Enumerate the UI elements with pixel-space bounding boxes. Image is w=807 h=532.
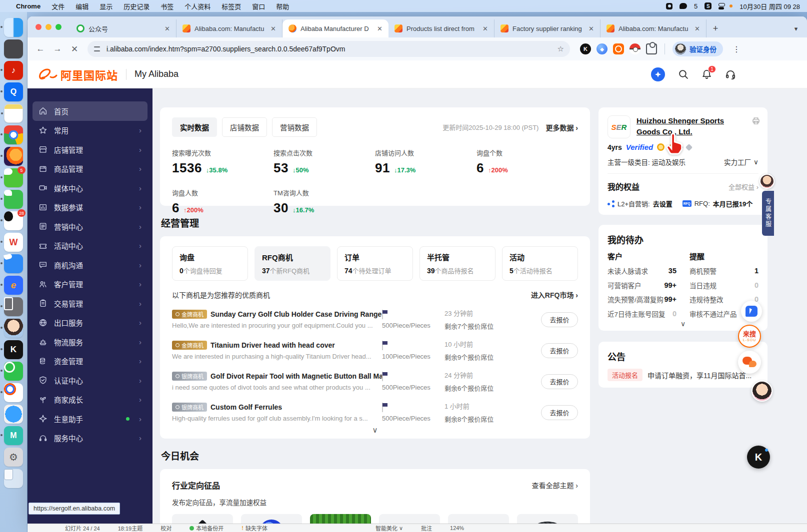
rfq-item-row[interactable]: 金牌商机 Sunday Carry Golf Club Holder Case … <box>172 308 578 331</box>
menu-bookmarks[interactable]: 书签 <box>160 1 174 11</box>
address-bar[interactable]: i.alibaba.com/index.htm?spm=a2700.suppli… <box>88 41 570 57</box>
finder-dock-icon[interactable] <box>4 18 23 37</box>
todo-row[interactable]: 流失预警/高潜复购99+ <box>608 294 676 304</box>
brand-name[interactable]: 阿里国际站 <box>60 66 118 82</box>
tab-close-icon[interactable]: ✕ <box>164 25 171 32</box>
k-float-button[interactable]: K <box>747 446 770 469</box>
stop-button[interactable]: ✕ <box>68 42 82 56</box>
rfq-item-row[interactable]: 金牌商机 Titanium Driver head with head cove… <box>172 339 578 362</box>
sidebar-item-merchant-growth[interactable]: 商家成长› <box>32 390 148 410</box>
missing-font-label[interactable]: !缺失字体 <box>242 524 268 532</box>
sidebar-item-home[interactable]: 首页 <box>32 101 148 121</box>
todo-row[interactable]: 近7日待主账号回复0 <box>608 309 676 319</box>
tab-factory-supplier[interactable]: Factory supplier ranking ✕ <box>494 19 600 37</box>
tab-close-icon[interactable]: ✕ <box>270 25 277 32</box>
expand-chevron-icon[interactable]: ∨ <box>372 426 378 435</box>
sidebar-item-activity-center[interactable]: 活动中心› <box>32 236 148 256</box>
wps-dock-icon[interactable] <box>4 233 23 252</box>
tab-close-icon[interactable]: ✕ <box>482 25 489 32</box>
rfq-market-link[interactable]: 进入RFQ市场 › <box>531 290 578 300</box>
dedicated-service-tab[interactable]: 专属客服 <box>762 191 774 236</box>
search-icon[interactable] <box>678 69 688 79</box>
device-mirror-dock-icon[interactable] <box>4 297 23 316</box>
todo-row[interactable]: 可营销客户99+ <box>608 280 676 290</box>
music-app-dock-icon[interactable] <box>4 61 23 80</box>
wechat-float-button[interactable] <box>738 351 761 374</box>
theme-label[interactable]: 18:19主题 <box>118 524 143 532</box>
site-settings-icon[interactable] <box>94 45 102 53</box>
quote-button[interactable]: 去报价 <box>541 405 578 420</box>
tab-search-chevron-icon[interactable]: ▾ <box>789 21 803 35</box>
browser-menu-icon[interactable]: ⋮ <box>732 44 740 54</box>
rfq-benefit[interactable]: RFQ RFQ:本月已报19个 <box>682 199 753 208</box>
menu-edit[interactable]: 编辑 <box>76 1 88 11</box>
sidebar-item-funds-management[interactable]: 资金管理› <box>32 352 148 371</box>
product-thumbnail[interactable] <box>448 514 509 524</box>
todo-row[interactable]: 未读人脉请求35 <box>608 266 676 276</box>
company-name-link[interactable]: Huizhou Shenger Sports Goods Co., Ltd. <box>636 115 758 138</box>
maximize-window-button[interactable] <box>56 24 62 30</box>
menu-profiles[interactable]: 个人资料 <box>184 1 210 11</box>
quote-button[interactable]: 去报价 <box>541 374 578 389</box>
tab-alibaba-manufacturer-active[interactable]: Alibaba Manufacturer D ✕ <box>282 19 388 37</box>
screen-record-icon[interactable] <box>666 3 672 9</box>
product-thumbnail[interactable] <box>379 514 440 524</box>
headset-support-icon[interactable] <box>725 69 736 80</box>
menu-tabs[interactable]: 标签页 <box>222 1 241 11</box>
tab-close-icon[interactable]: ✕ <box>588 25 595 32</box>
safari-dock-icon[interactable] <box>4 405 23 424</box>
rings-app-dock-icon[interactable] <box>4 383 23 402</box>
product-thumbnail[interactable] <box>517 514 578 524</box>
product-thumbnail[interactable] <box>310 514 371 524</box>
wecom-dock-icon[interactable] <box>4 190 23 209</box>
tab-close-icon[interactable]: ✕ <box>694 25 701 32</box>
sidebar-item-business-chat[interactable]: 商机沟通› <box>32 255 148 275</box>
proofread-label[interactable]: 校对 <box>160 524 172 532</box>
extensions-puzzle-icon[interactable] <box>646 43 657 54</box>
sidebar-item-certification-center[interactable]: 认证中心› <box>32 371 148 390</box>
url-text[interactable]: i.alibaba.com/index.htm?spm=a2700.suppli… <box>106 45 552 53</box>
mini-card-rfq[interactable]: RFQ商机 37个新RFQ商机 <box>254 246 330 281</box>
menu-app-name[interactable]: Chrome <box>16 2 40 10</box>
expand-chevron-icon[interactable]: ∨ <box>680 320 686 328</box>
firefox-dock-icon[interactable] <box>4 147 23 166</box>
pokeball-extension-icon[interactable] <box>630 43 640 54</box>
smart-beautify-label[interactable]: 智能美化 ∨ <box>376 524 403 532</box>
forward-button[interactable]: → <box>50 42 64 56</box>
printer-icon[interactable] <box>752 116 760 127</box>
compass-icon[interactable] <box>651 67 665 81</box>
notes-dock-icon[interactable] <box>4 104 23 123</box>
notifications-bell-icon[interactable]: 1 <box>702 69 712 79</box>
todo-row[interactable]: 商机预警1 <box>690 266 758 276</box>
product-thumbnail[interactable] <box>172 514 233 524</box>
comments-label[interactable]: 批注 <box>421 524 432 532</box>
tab-products-list[interactable]: Products list direct from ✕ <box>388 19 494 37</box>
l2-marketing-benefit[interactable]: L2+自营销:去设置 <box>608 199 672 208</box>
bookmark-star-icon[interactable]: ☆ <box>558 44 564 53</box>
new-tab-button[interactable]: + <box>708 21 722 35</box>
assistant-avatar-float[interactable] <box>752 381 772 402</box>
sidebar-item-trade-management[interactable]: 交易管理› <box>32 294 148 313</box>
sidebar-item-logistics-services[interactable]: 物流服务› <box>32 332 148 352</box>
tab-marketing-data[interactable]: 营销数据 <box>272 117 317 137</box>
tab-alibaba-manufacturers-1[interactable]: Alibaba.com: Manufactu ✕ <box>176 19 282 37</box>
trash-dock-icon[interactable] <box>4 469 23 488</box>
dingtalk-dock-icon[interactable] <box>4 254 23 273</box>
menu-file[interactable]: 文件 <box>52 1 64 11</box>
mini-card-inquiries[interactable]: 询盘 0个询盘待回复 <box>172 246 248 281</box>
zoom-level[interactable]: 124% <box>450 525 464 531</box>
back-button[interactable]: ← <box>34 42 48 56</box>
menu-history[interactable]: 历史记录 <box>124 1 150 11</box>
verified-badge[interactable]: Verified <box>626 143 653 151</box>
sidebar-item-business-assistant[interactable]: 生意助手 › <box>32 409 148 429</box>
menu-clock[interactable]: 10月30日 周四 09 28 <box>740 1 800 11</box>
chrome-dock-icon[interactable] <box>4 125 23 144</box>
k-app-dock-icon[interactable] <box>4 340 23 359</box>
quote-button[interactable]: 去报价 <box>541 312 578 327</box>
k-extension-icon[interactable]: K <box>580 43 591 54</box>
tab-close-icon[interactable]: ✕ <box>376 25 384 32</box>
sidebar-item-marketing-center[interactable]: 营销中心› <box>32 217 148 236</box>
assistant-avatar-dock-icon[interactable] <box>4 319 23 338</box>
settings-dock-icon[interactable] <box>4 448 23 467</box>
tab-shop-data[interactable]: 店铺数据 <box>222 117 267 137</box>
